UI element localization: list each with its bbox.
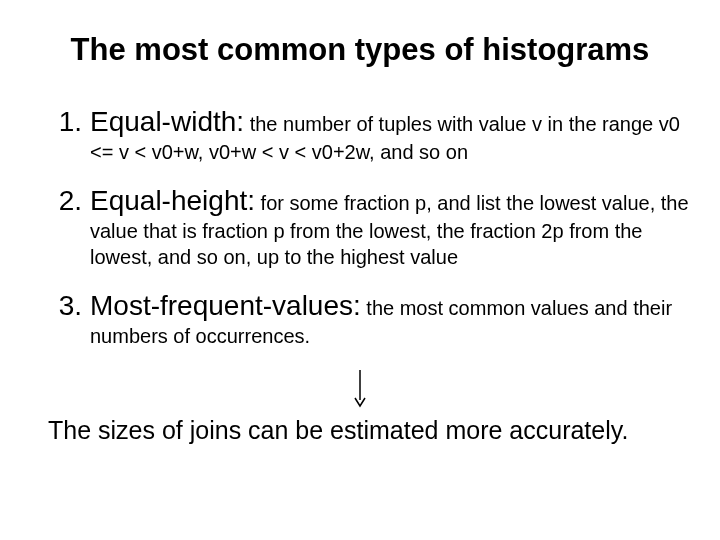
item-number: 1. [30, 106, 90, 138]
histogram-list: 1. Equal-width: the number of tuples wit… [30, 104, 690, 350]
item-number: 3. [30, 290, 90, 322]
list-item: 1. Equal-width: the number of tuples wit… [30, 104, 690, 165]
item-body: Equal-height: for some fraction p, and l… [90, 183, 690, 270]
slide: The most common types of histograms 1. E… [0, 0, 720, 540]
down-arrow-icon [30, 368, 690, 408]
item-body: Most-frequent-values: the most common va… [90, 288, 690, 349]
item-body: Equal-width: the number of tuples with v… [90, 104, 690, 165]
item-term: Equal-width: [90, 106, 244, 137]
item-term: Equal-height: [90, 185, 255, 216]
list-item: 2. Equal-height: for some fraction p, an… [30, 183, 690, 270]
slide-title: The most common types of histograms [50, 32, 670, 68]
item-term: Most-frequent-values: [90, 290, 361, 321]
list-item: 3. Most-frequent-values: the most common… [30, 288, 690, 349]
footer-text: The sizes of joins can be estimated more… [48, 416, 672, 445]
item-number: 2. [30, 185, 90, 217]
